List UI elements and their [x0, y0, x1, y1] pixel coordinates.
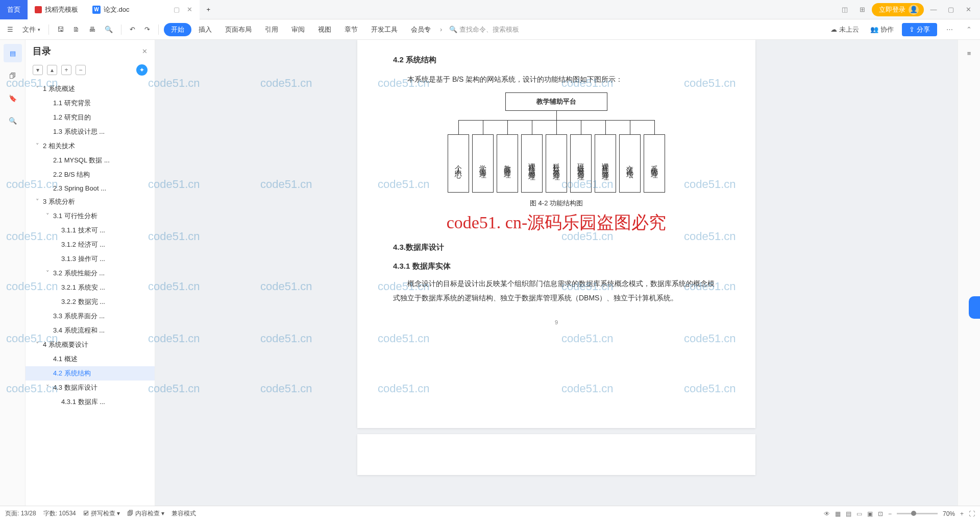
view-read-icon[interactable]: ▣ — [867, 510, 873, 517]
outline-icon[interactable]: ▤ — [4, 44, 22, 62]
bookmark-icon[interactable]: 🔖 — [4, 89, 22, 107]
toc-item[interactable]: 3.2.2 数据完 ... — [26, 295, 155, 309]
zoom-out-icon[interactable]: − — [888, 510, 892, 517]
eye-icon[interactable]: 👁 — [824, 510, 830, 517]
tab-popout-icon[interactable]: ▢ — [174, 6, 180, 13]
menu-引用[interactable]: 引用 — [259, 22, 284, 37]
menu-会员专[interactable]: 会员专 — [405, 22, 437, 37]
toc-remove-icon[interactable]: − — [76, 65, 86, 75]
print-icon[interactable]: 🖶 — [86, 23, 99, 35]
menu-开始[interactable]: 开始 — [164, 23, 191, 36]
right-rail: ≡ — [958, 40, 980, 506]
diagram-box: 科目分类管理 — [546, 134, 567, 193]
window-layout-icon[interactable]: ◫ — [837, 2, 852, 17]
more-icon[interactable]: ⋯ — [942, 26, 957, 33]
chevron-up-icon[interactable]: ⌃ — [962, 26, 976, 33]
chevron-down-icon: ˅ — [46, 269, 52, 277]
cloud-status[interactable]: ☁未上云 — [827, 23, 862, 36]
zoom-in-icon[interactable]: + — [960, 510, 964, 517]
content-check[interactable]: 🗐 内容检查 ▾ — [127, 509, 164, 518]
toc-item[interactable]: 2.1 MYSQL 数据 ... — [26, 153, 155, 168]
toc-item[interactable]: 1.1 研究背景 — [26, 96, 155, 110]
toc-item[interactable]: 4.1 概述 — [26, 352, 155, 366]
expand-all-icon[interactable]: ▴ — [47, 65, 57, 75]
tab-home[interactable]: 首页 — [0, 0, 28, 19]
toc-panel: 目录 ✕ ▾ ▴ + − ✦ ˅1 系统概述1.1 研究背景1.2 研究目的1.… — [26, 40, 155, 506]
thumbnails-icon[interactable]: 🗍 — [4, 66, 22, 85]
toc-item[interactable]: 4.2 系统结构 — [26, 366, 155, 381]
chevron-down-icon: ˅ — [36, 198, 42, 205]
fullscreen-icon[interactable]: ⛶ — [969, 510, 975, 517]
tab-document[interactable]: W 论文.doc ▢ ✕ — [85, 0, 200, 19]
diagram-box: 课程作业管理 — [595, 134, 616, 193]
toc-item[interactable]: ˅2 相关技术 — [26, 139, 155, 153]
toc-close-icon[interactable]: ✕ — [142, 48, 148, 55]
apps-icon[interactable]: ⊞ — [854, 2, 870, 17]
zoom-fit-icon[interactable]: ⊡ — [878, 510, 883, 517]
tab-templates[interactable]: 找稻壳模板 — [28, 0, 85, 19]
chevron-down-icon: ˅ — [36, 142, 42, 150]
figure-caption: 图 4-2 功能结构图 — [393, 199, 720, 208]
document-area[interactable]: 📄 4.2 系统结构 本系统是基于 B/S 架构的网站系统，设计的功能结构图如下… — [155, 40, 958, 506]
hamburger-icon[interactable]: ☰ — [4, 23, 16, 35]
toc-item[interactable]: ˅3 系统分析 — [26, 195, 155, 209]
docente-icon — [35, 6, 42, 13]
ai-badge-icon[interactable]: ✦ — [136, 64, 148, 76]
menu-审阅[interactable]: 审阅 — [285, 22, 311, 37]
save-icon[interactable]: 🖫 — [54, 23, 67, 35]
heading-4-2: 4.2 系统结构 — [393, 55, 720, 65]
toc-item[interactable]: 3.1.3 操作可 ... — [26, 252, 155, 266]
tab-new[interactable]: + — [200, 0, 218, 19]
search-rail-icon[interactable]: 🔍 — [4, 111, 22, 130]
toc-item[interactable]: 2.2 B/S 结构 — [26, 168, 155, 182]
toc-item[interactable]: 4.3.1 数据库 ... — [26, 395, 155, 409]
toc-item[interactable]: 3.2.1 系统安 ... — [26, 280, 155, 295]
menu-插入[interactable]: 插入 — [192, 22, 218, 37]
command-search[interactable]: 🔍 查找命令、搜索模板 — [445, 24, 523, 35]
maximize-icon[interactable]: ▢ — [943, 2, 959, 17]
toc-item[interactable]: 3.1.1 技术可 ... — [26, 223, 155, 238]
login-button[interactable]: 立即登录 👤 — [872, 3, 924, 16]
toc-title: 目录 — [33, 45, 51, 57]
collab-button[interactable]: 👥协作 — [867, 23, 897, 36]
undo-icon[interactable]: ↶ — [127, 23, 138, 35]
redo-icon[interactable]: ↷ — [141, 23, 153, 35]
ribbon: ☰ 文件 ▾ 🖫 🗎 🖶 🔍 ↶ ↷ 开始插入页面布局引用审阅视图章节开发工具会… — [0, 19, 980, 40]
toc-item[interactable]: 2.3 Spring Boot ... — [26, 182, 155, 195]
diagram-box: 个人中心 — [448, 134, 469, 193]
view-web-icon[interactable]: ▭ — [856, 510, 862, 517]
diagram-box: 班级分类管理 — [570, 134, 592, 193]
toc-item[interactable]: 3.4 系统流程和 ... — [26, 323, 155, 338]
toc-item[interactable]: 3.3 系统界面分 ... — [26, 309, 155, 323]
panel-toggle-icon[interactable]: ≡ — [960, 44, 978, 62]
toc-item[interactable]: 1.3 系统设计思 ... — [26, 125, 155, 139]
export-icon[interactable]: 🗎 — [70, 23, 83, 35]
close-icon[interactable]: ✕ — [187, 6, 192, 13]
file-menu[interactable]: 文件 ▾ — [19, 23, 43, 36]
toc-item[interactable]: 1.2 研究目的 — [26, 110, 155, 125]
toc-add-icon[interactable]: + — [61, 65, 71, 75]
menu-页面布局[interactable]: 页面布局 — [219, 22, 258, 37]
toc-item[interactable]: ˅3.1 可行性分析 — [26, 209, 155, 223]
compat-mode[interactable]: 兼容模式 — [172, 509, 196, 518]
toc-item[interactable]: ˅1 系统概述 — [26, 82, 155, 96]
tab-label: 找稻壳模板 — [45, 5, 78, 14]
toc-item[interactable]: ˅4.3 数据库设计 — [26, 381, 155, 395]
minimize-icon[interactable]: — — [926, 2, 941, 17]
side-tab[interactable] — [969, 296, 980, 319]
menu-视图[interactable]: 视图 — [312, 22, 337, 37]
share-button[interactable]: ⇪分享 — [902, 23, 937, 36]
view-outline-icon[interactable]: ▤ — [846, 510, 851, 517]
menu-章节[interactable]: 章节 — [338, 22, 364, 37]
menu-开发工具[interactable]: 开发工具 — [365, 22, 404, 37]
view-page-icon[interactable]: ▦ — [835, 510, 841, 517]
close-window-icon[interactable]: ✕ — [961, 2, 976, 17]
toc-item[interactable]: ˅4 系统概要设计 — [26, 338, 155, 352]
toc-item[interactable]: 3.1.2 经济可 ... — [26, 238, 155, 252]
preview-icon[interactable]: 🔍 — [102, 23, 116, 35]
collapse-all-icon[interactable]: ▾ — [33, 65, 43, 75]
toc-item[interactable]: ˅3.2 系统性能分 ... — [26, 266, 155, 280]
diagram-root: 教学辅助平台 — [505, 92, 607, 111]
spellcheck-toggle[interactable]: 🗹 拼写检查 ▾ — [83, 509, 120, 518]
zoom-slider[interactable] — [897, 513, 938, 514]
